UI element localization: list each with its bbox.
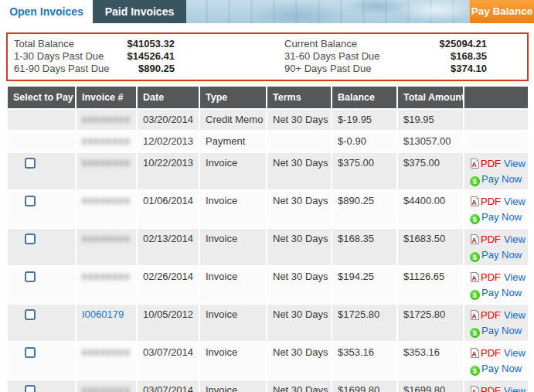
tab-open-invoices[interactable]: Open Invoices xyxy=(0,0,93,23)
invoice-number-cell: I0060179 xyxy=(76,304,137,342)
redacted-invoice-number: 00000000 xyxy=(82,348,131,357)
view-link[interactable]: View xyxy=(504,158,525,169)
balance-cell: $353.16 xyxy=(332,342,397,380)
invoice-row: 0000000001/06/2014InvoiceNet 30 Days$890… xyxy=(7,190,529,228)
summary-value: $168.35 xyxy=(388,50,487,63)
type-cell: Credit Memo xyxy=(199,109,267,131)
pay-now-link[interactable]: Pay Now xyxy=(481,249,522,261)
balance-cell: $1699.80 xyxy=(332,380,397,392)
pdf-link[interactable]: PDF xyxy=(481,233,501,245)
select-invoice-checkbox[interactable] xyxy=(25,196,36,206)
column-header-total-amount: Total Amount xyxy=(397,86,464,109)
balance-cell: $168.35 xyxy=(332,228,397,266)
type-cell: Invoice xyxy=(199,152,267,190)
redacted-invoice-number: 00000000 xyxy=(82,272,131,281)
select-invoice-checkbox[interactable] xyxy=(25,158,36,169)
type-cell: Payment xyxy=(199,131,267,152)
date-cell: 03/20/2014 xyxy=(137,109,199,131)
top-banner: Open Invoices Paid Invoices Pay Balance xyxy=(0,0,534,23)
view-link[interactable]: View xyxy=(504,385,525,392)
column-header-date: Date xyxy=(137,86,199,109)
balance-cell: $-19.95 xyxy=(332,109,397,131)
view-link[interactable]: View xyxy=(504,196,525,207)
date-cell: 02/26/2014 xyxy=(137,266,199,304)
terms-cell: Net 30 Days xyxy=(267,152,332,190)
invoice-number-cell: 00000000 xyxy=(76,152,137,190)
dollar-icon: $ xyxy=(470,366,480,376)
pay-now-link[interactable]: Pay Now xyxy=(481,173,522,185)
select-invoice-checkbox[interactable] xyxy=(25,271,36,282)
type-cell: Invoice xyxy=(199,304,267,342)
invoice-number-link[interactable]: I0060179 xyxy=(82,308,124,320)
invoice-number-cell: 00000000 xyxy=(76,131,137,152)
column-header-terms: Terms xyxy=(267,86,332,109)
type-cell: Invoice xyxy=(199,190,267,228)
balance-summary-box: Total Balance $41053.32 Current Balance … xyxy=(6,32,529,81)
balance-cell: $1725.80 xyxy=(332,304,397,342)
invoice-number-cell: 00000000 xyxy=(76,380,137,392)
redacted-invoice-number: 00000000 xyxy=(82,196,131,206)
type-cell: Invoice xyxy=(199,228,267,266)
column-header-type: Type xyxy=(199,86,267,109)
select-to-pay-cell xyxy=(7,266,76,304)
summary-value: $374.10 xyxy=(388,63,487,75)
select-invoice-checkbox[interactable] xyxy=(25,385,36,392)
invoice-row: 0000000002/26/2014InvoiceNet 30 Days$194… xyxy=(7,266,529,304)
select-invoice-checkbox[interactable] xyxy=(25,309,36,320)
pdf-link[interactable]: PDF xyxy=(481,271,501,283)
invoice-row: I006017910/05/2012InvoiceNet 30 Days$172… xyxy=(7,304,529,342)
tab-paid-invoices[interactable]: Paid Invoices xyxy=(93,0,186,23)
balance-cell: $-0.90 xyxy=(332,131,397,152)
select-invoice-checkbox[interactable] xyxy=(25,347,36,358)
pdf-link[interactable]: PDF xyxy=(481,158,501,169)
total-amount-cell: $375.00 xyxy=(397,152,464,190)
terms-cell: Net 30 Days xyxy=(267,109,332,131)
dollar-icon: $ xyxy=(470,176,480,186)
terms-cell: Net 30 Days xyxy=(267,304,332,342)
invoice-row: 0000000012/02/2013Payment$-0.90$13057.00 xyxy=(7,131,529,152)
invoice-row: 0000000003/07/2014InvoiceNet 30 Days$169… xyxy=(7,380,529,392)
pdf-link[interactable]: PDF xyxy=(481,309,501,321)
view-link[interactable]: View xyxy=(504,233,525,245)
actions-cell: APDFView$Pay Now xyxy=(464,228,529,266)
pay-balance-button[interactable]: Pay Balance xyxy=(469,0,534,23)
pdf-link[interactable]: PDF xyxy=(481,385,501,392)
pay-now-link[interactable]: Pay Now xyxy=(481,211,522,223)
balance-cell: $194.25 xyxy=(332,266,397,304)
pdf-link[interactable]: PDF xyxy=(481,196,501,207)
total-amount-cell: $1683.50 xyxy=(397,228,464,266)
view-link[interactable]: View xyxy=(504,309,525,321)
svg-text:A: A xyxy=(472,388,477,392)
select-to-pay-cell xyxy=(7,304,76,342)
svg-text:A: A xyxy=(472,350,477,358)
pdf-link[interactable]: PDF xyxy=(481,347,501,359)
redacted-invoice-number: 00000000 xyxy=(82,137,131,146)
type-cell: Invoice xyxy=(199,380,267,392)
pdf-icon: A xyxy=(470,158,480,172)
actions-cell: APDFView$Pay Now xyxy=(464,266,529,304)
column-header-balance: Balance xyxy=(332,86,397,109)
view-link[interactable]: View xyxy=(504,347,525,359)
summary-value: $25094.21 xyxy=(388,38,487,50)
total-amount-cell: $353.16 xyxy=(397,342,464,380)
dollar-icon: $ xyxy=(470,290,480,300)
terms-cell: Net 30 Days xyxy=(267,342,332,380)
summary-value: $41053.32 xyxy=(114,38,175,50)
pay-now-link[interactable]: Pay Now xyxy=(481,325,522,336)
pay-now-link[interactable]: Pay Now xyxy=(481,287,522,298)
pdf-icon: A xyxy=(470,271,480,286)
terms-cell: Net 30 Days xyxy=(267,228,332,266)
invoice-row: 0000000002/13/2014InvoiceNet 30 Days$168… xyxy=(7,228,529,266)
select-invoice-checkbox[interactable] xyxy=(25,233,36,244)
date-cell: 02/13/2014 xyxy=(137,228,199,266)
terms-cell: Net 30 Days xyxy=(267,380,332,392)
total-amount-cell: $1699.80 xyxy=(397,380,464,392)
pay-now-link[interactable]: Pay Now xyxy=(481,363,522,374)
summary-label: 90+ Days Past Due xyxy=(278,63,388,75)
select-to-pay-cell xyxy=(7,228,76,266)
view-link[interactable]: View xyxy=(504,271,525,283)
column-header-invoice-: Invoice # xyxy=(76,86,137,109)
table-header-row: Select to PayInvoice #DateTypeTermsBalan… xyxy=(7,86,529,109)
invoice-number-cell: 00000000 xyxy=(76,190,137,228)
actions-cell: APDFView$Pay Now xyxy=(464,342,529,380)
